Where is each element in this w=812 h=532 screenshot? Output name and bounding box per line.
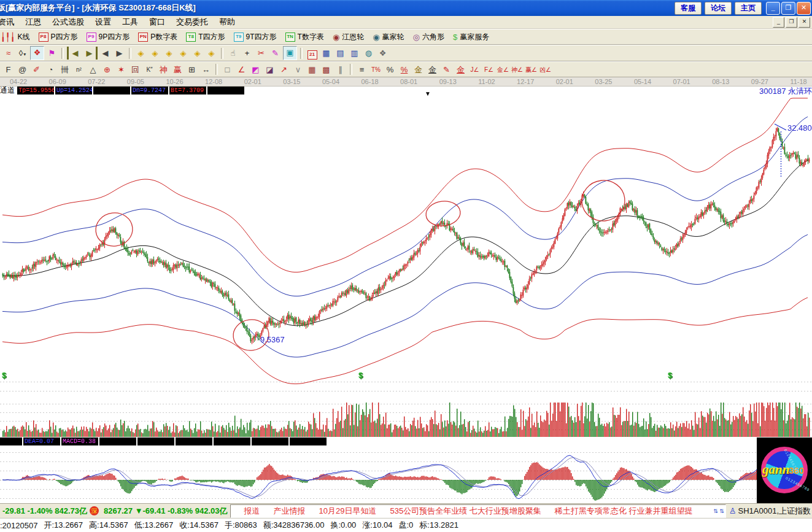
brush-note-tool-icon[interactable]: ✎ [440, 63, 453, 76]
calendar-icon[interactable]: 21 [306, 47, 319, 60]
fan-lines-tool-icon[interactable]: ∠ [235, 63, 248, 76]
gann-wheel-button[interactable]: ◉江恩轮 [328, 32, 368, 42]
forum-button[interactable]: 论坛 [705, 2, 732, 15]
mdi-close-button[interactable]: ✕ [798, 17, 810, 28]
close-button[interactable]: ✕ [797, 2, 811, 15]
menu-item-6[interactable]: 窗口 [144, 15, 171, 29]
menu-item-2[interactable]: 江恩 [20, 15, 47, 29]
mdi-minimize-button[interactable]: _ [773, 17, 784, 28]
menu-item-8[interactable]: 帮助 [214, 15, 241, 29]
fan-box-tool-icon[interactable]: ◩ [249, 63, 262, 76]
hexagon-button[interactable]: ◎六角形 [409, 32, 449, 42]
fib-time-tool-icon[interactable]: F [2, 63, 15, 76]
account-service-icon[interactable]: ❖ [376, 47, 389, 60]
crosshair-icon[interactable]: + [241, 47, 253, 60]
hand-tool-icon[interactable]: ☝ [226, 47, 239, 60]
zigzag-tool-icon[interactable]: ∨ [292, 63, 304, 76]
gold-angle-tool-icon[interactable]: 金∠ [497, 63, 509, 76]
zoom-shift-left-icon[interactable]: ◈ [134, 47, 147, 60]
n2-ruler-tool-icon[interactable]: n² [72, 63, 85, 76]
export-data-icon[interactable]: ◍ [362, 47, 375, 60]
kmark-tool-icon[interactable]: K″ [143, 63, 156, 76]
customer-service-button[interactable]: 客服 [675, 2, 702, 15]
t-number-table-button[interactable]: TNT数字表 [281, 32, 328, 42]
annotate-pen-icon[interactable]: ✎ [269, 47, 282, 60]
ying-tool-icon[interactable]: 赢 [171, 63, 184, 76]
ruler-tool-icon[interactable]: 卌 [58, 63, 71, 76]
box-tool-icon[interactable]: □ [221, 63, 234, 76]
shen-tool-icon[interactable]: 神 [157, 63, 170, 76]
restore-button[interactable]: ❐ [781, 2, 795, 15]
star-grid-tool-icon[interactable]: ✶ [115, 63, 128, 76]
gold-circle-tool-icon[interactable]: 金 [412, 63, 425, 76]
mdi-restore-button[interactable]: ❐ [786, 17, 797, 28]
percent-tool-icon[interactable]: % [384, 63, 396, 76]
news-ticker-item-2[interactable]: 产业情报 [274, 506, 306, 517]
t-square-button[interactable]: T8T四方形 [182, 32, 229, 42]
kline-button[interactable]: ╽╿╽K线 [0, 32, 34, 42]
p9-square-button[interactable]: P99P四方形 [82, 32, 134, 42]
j-angle-tool-icon[interactable]: J∠ [468, 63, 481, 76]
news-ticker: 报道产业情报10月29日早知道535公司预告全年业绩 七大行业预增股聚集稀土打黑… [230, 504, 726, 518]
fan-box2-tool-icon[interactable]: ◪ [263, 63, 276, 76]
menu-item-1[interactable]: 资讯 [0, 15, 20, 29]
ruler123-tool-icon[interactable]: ⊞ [185, 63, 198, 76]
gann-circle-tool-icon[interactable]: ⊕ [101, 63, 114, 76]
zoom-area-icon[interactable]: ▣ [283, 46, 297, 60]
menu-item-4[interactable]: 设置 [90, 15, 117, 29]
jump-last-icon[interactable]: ▶ [83, 47, 98, 60]
t-percent-tool-icon[interactable]: T% [369, 63, 382, 76]
measure-scissors-icon[interactable]: ✂ [255, 47, 268, 60]
grid2-tool-icon[interactable]: ▩ [320, 63, 333, 76]
zoom-expand-all-icon[interactable]: ◈ [205, 47, 218, 60]
f-angle-tool-icon[interactable]: F∠ [482, 63, 495, 76]
p-number-table-button[interactable]: PNP数字表 [134, 32, 182, 42]
chip-distribution-icon[interactable]: ❖ [30, 46, 44, 60]
news-ticker-item-3[interactable]: 10月29日早知道 [319, 506, 377, 517]
menu-item-7[interactable]: 交易委托 [171, 15, 214, 29]
homepage-button[interactable]: 主页 [735, 2, 762, 15]
wave-gold-tool-icon[interactable]: 金 [454, 63, 467, 76]
calculator-icon[interactable]: ▦ [320, 47, 333, 60]
parallel-lines-tool-icon[interactable]: ∥ [334, 63, 347, 76]
angle-ruler-tool-icon[interactable]: △ [87, 63, 99, 76]
gold-lines-tool-icon[interactable]: 金 [426, 63, 439, 76]
candle-period-icon[interactable]: ◊▾ [16, 47, 29, 60]
zoom-expand-h-icon[interactable]: ◈ [163, 47, 176, 60]
percent-lines-tool-icon[interactable]: % [398, 63, 411, 76]
news-ticker-item-1[interactable]: 报道 [244, 506, 260, 517]
xiong-angle-tool-icon[interactable]: 凶∠ [539, 63, 552, 76]
tick-chart-icon[interactable]: ≈ [2, 47, 15, 60]
zoom-shift-right-icon[interactable]: ◈ [149, 47, 161, 60]
p-square-button[interactable]: P8P四方形 [34, 32, 82, 42]
winner-service-button[interactable]: $赢家服务 [449, 32, 493, 42]
shenzhen-index-icon[interactable]: 深 [90, 506, 99, 515]
menu-item-3[interactable]: 公式选股 [47, 15, 90, 29]
square-spiral-tool-icon[interactable]: 回 [129, 63, 142, 76]
jump-first-icon[interactable]: ◀ [67, 47, 82, 60]
ying-angle-tool-icon[interactable]: 赢∠ [525, 63, 538, 76]
indicator-flag-icon[interactable]: ⚑ [45, 47, 58, 60]
news-ticker-item-4[interactable]: 535公司预告全年业绩 七大行业预增股聚集 [390, 506, 541, 517]
prev-bar-icon[interactable]: ◀ [99, 47, 112, 60]
ticker-scroll-icon[interactable]: ⇅ ⇅ [712, 508, 725, 514]
save-icon[interactable]: ▥ [348, 47, 361, 60]
next-bar-icon[interactable]: ▶ [113, 47, 126, 60]
menu-item-5[interactable]: 工具 [117, 15, 144, 29]
compass-tool-icon[interactable]: ✐ [30, 63, 43, 76]
t9-square-button[interactable]: T99T四方形 [230, 32, 281, 42]
levels-tool-icon[interactable]: ≡ [355, 63, 368, 76]
shen-angle-tool-icon[interactable]: 神∠ [511, 63, 524, 76]
index-marker-icon[interactable]: ♙ [729, 506, 737, 515]
zoom-expand-v-icon[interactable]: ◈ [191, 47, 204, 60]
minimize-button[interactable]: _ [766, 2, 780, 15]
grid-tool-icon[interactable]: ▦ [306, 63, 319, 76]
trend-arrows-tool-icon[interactable]: ↗ [277, 63, 290, 76]
memo-icon[interactable]: ▤ [334, 47, 347, 60]
span-measure-tool-icon[interactable]: ↔ [199, 63, 212, 76]
zoom-shrink-h-icon[interactable]: ◈ [177, 47, 190, 60]
news-ticker-item-5[interactable]: 稀土打黑专项常态化 行业兼并重组望提 [555, 506, 693, 517]
gann-clock-tool-icon[interactable]: ◔ [44, 63, 57, 76]
winner-wheel-button[interactable]: ◉赢家轮 [368, 32, 408, 42]
spiral-tool-icon[interactable]: @ [16, 63, 29, 76]
